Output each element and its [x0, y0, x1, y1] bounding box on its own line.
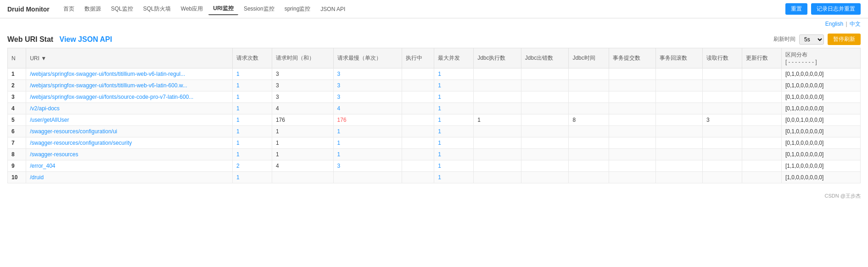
cell-jdbc-time: 8: [569, 114, 609, 126]
cell-n: 1: [8, 68, 26, 80]
nav-home[interactable]: 首页: [59, 3, 79, 15]
page-header: Web URI Stat View JSON API 刷新时间 5s 10s 3…: [0, 30, 868, 48]
table-row: 1/webjars/springfox-swagger-ui/fonts/tit…: [8, 68, 861, 80]
col-jdbc-time: Jdbc时间: [569, 48, 609, 68]
uri-stat-table: N URI ▼ 请求次数 请求时间（和） 请求最慢（单次） 执行中 最大并发 J…: [7, 48, 861, 183]
lang-chinese[interactable]: 中文: [850, 21, 861, 27]
cell-uri[interactable]: /user/getAllUser: [26, 114, 233, 126]
cell-interval: [0,1,0,0,0,0,0,0]: [781, 91, 860, 103]
lang-bar: English | 中文: [0, 18, 868, 30]
cell-req-slowest: 1: [333, 126, 402, 137]
nav-webapp[interactable]: Web应用: [176, 3, 207, 15]
table-row: 3/webjars/springfox-swagger-ui/fonts/sou…: [8, 91, 861, 103]
cell-uri[interactable]: /webjars/springfox-swagger-ui/fonts/titi…: [26, 80, 233, 91]
json-api-link[interactable]: View JSON API: [60, 35, 112, 43]
cell-uri[interactable]: /swagger-resources: [26, 149, 233, 160]
cell-uri[interactable]: /webjars/springfox-swagger-ui/fonts/sour…: [26, 91, 233, 103]
cell-update-rows: [742, 137, 781, 149]
cell-jdbc-error: [521, 80, 569, 91]
col-running: 执行中: [402, 48, 434, 68]
cell-tx-commit: [609, 149, 656, 160]
cell-jdbc-exec: [474, 126, 521, 137]
cell-tx-rollback: [656, 126, 703, 137]
cell-read-rows: [702, 126, 742, 137]
cell-req-time: 1: [272, 137, 333, 149]
cell-interval: [0,1,0,0,0,0,0,0]: [781, 68, 860, 80]
cell-req-count: 1: [232, 68, 272, 80]
col-max-concurrent: 最大并发: [434, 48, 474, 68]
cell-req-count: 1: [232, 80, 272, 91]
cell-uri[interactable]: /druid: [26, 172, 233, 183]
reset-button[interactable]: 重置: [785, 3, 807, 15]
cell-running: [402, 68, 434, 80]
cell-interval: [0,0,0,1,0,0,0,0]: [781, 114, 860, 126]
pause-refresh-button[interactable]: 暂停刷新: [828, 34, 861, 45]
cell-interval: [1,1,0,0,0,0,0,0]: [781, 160, 860, 172]
cell-jdbc-error: [521, 103, 569, 114]
nav-firewall[interactable]: SQL防火墙: [139, 3, 175, 15]
cell-jdbc-error: [521, 160, 569, 172]
col-uri[interactable]: URI ▼: [26, 48, 233, 68]
cell-jdbc-exec: 1: [474, 114, 521, 126]
cell-req-time: [272, 172, 333, 183]
cell-tx-commit: [609, 68, 656, 80]
cell-jdbc-error: [521, 172, 569, 183]
cell-tx-rollback: [656, 114, 703, 126]
cell-running: [402, 160, 434, 172]
nav-spring[interactable]: spring监控: [280, 3, 315, 15]
cell-jdbc-exec: [474, 172, 521, 183]
col-req-time: 请求时间（和）: [272, 48, 333, 68]
table-row: 5/user/getAllUser11761761183[0,0,0,1,0,0…: [8, 114, 861, 126]
refresh-label: 刷新时间: [773, 35, 795, 43]
cell-update-rows: [742, 68, 781, 80]
table-row: 9/error_4042431[1,1,0,0,0,0,0,0]: [8, 160, 861, 172]
cell-req-count: 1: [232, 114, 272, 126]
cell-req-slowest: 3: [333, 91, 402, 103]
cell-read-rows: [702, 103, 742, 114]
cell-max-concurrent: 1: [434, 91, 474, 103]
refresh-select[interactable]: 5s 10s 30s 60s: [799, 34, 824, 45]
cell-uri[interactable]: /swagger-resources/configuration/ui: [26, 126, 233, 137]
lang-english[interactable]: English: [825, 21, 843, 27]
cell-jdbc-exec: [474, 68, 521, 80]
cell-tx-rollback: [656, 137, 703, 149]
cell-update-rows: [742, 91, 781, 103]
cell-uri[interactable]: /v2/api-docs: [26, 103, 233, 114]
cell-read-rows: [702, 91, 742, 103]
cell-running: [402, 91, 434, 103]
nav-sql[interactable]: SQL监控: [106, 3, 138, 15]
nav-uri[interactable]: URI监控: [208, 3, 238, 15]
col-interval: 区间分布[ - - - - - - - - ]: [781, 48, 860, 68]
cell-jdbc-exec: [474, 137, 521, 149]
cell-tx-rollback: [656, 68, 703, 80]
cell-jdbc-error: [521, 149, 569, 160]
cell-n: 3: [8, 91, 26, 103]
cell-jdbc-error: [521, 91, 569, 103]
col-jdbc-exec: Jdbc执行数: [474, 48, 521, 68]
cell-tx-commit: [609, 137, 656, 149]
log-reset-button[interactable]: 记录日志并重置: [811, 3, 861, 15]
cell-req-slowest: 1: [333, 137, 402, 149]
cell-interval: [0,1,0,0,0,0,0,0]: [781, 126, 860, 137]
nav-jsonapi[interactable]: JSON API: [316, 4, 350, 14]
cell-uri[interactable]: /swagger-resources/configuration/securit…: [26, 137, 233, 149]
cell-n: 10: [8, 172, 26, 183]
cell-req-slowest: 3: [333, 80, 402, 91]
table-container: N URI ▼ 请求次数 请求时间（和） 请求最慢（单次） 执行中 最大并发 J…: [0, 48, 868, 191]
cell-uri[interactable]: /webjars/springfox-swagger-ui/fonts/titi…: [26, 68, 233, 80]
cell-req-slowest: 176: [333, 114, 402, 126]
nav-session[interactable]: Session监控: [239, 3, 279, 15]
page-title-text: Web URI Stat: [7, 35, 53, 43]
cell-uri[interactable]: /error_404: [26, 160, 233, 172]
cell-req-time: 4: [272, 103, 333, 114]
cell-jdbc-exec: [474, 160, 521, 172]
cell-tx-rollback: [656, 103, 703, 114]
nav-datasource[interactable]: 数据源: [80, 3, 106, 15]
cell-jdbc-time: [569, 68, 609, 80]
cell-update-rows: [742, 103, 781, 114]
col-jdbc-error: Jdbc出错数: [521, 48, 569, 68]
cell-tx-rollback: [656, 91, 703, 103]
cell-jdbc-exec: [474, 80, 521, 91]
cell-max-concurrent: 1: [434, 126, 474, 137]
cell-update-rows: [742, 126, 781, 137]
